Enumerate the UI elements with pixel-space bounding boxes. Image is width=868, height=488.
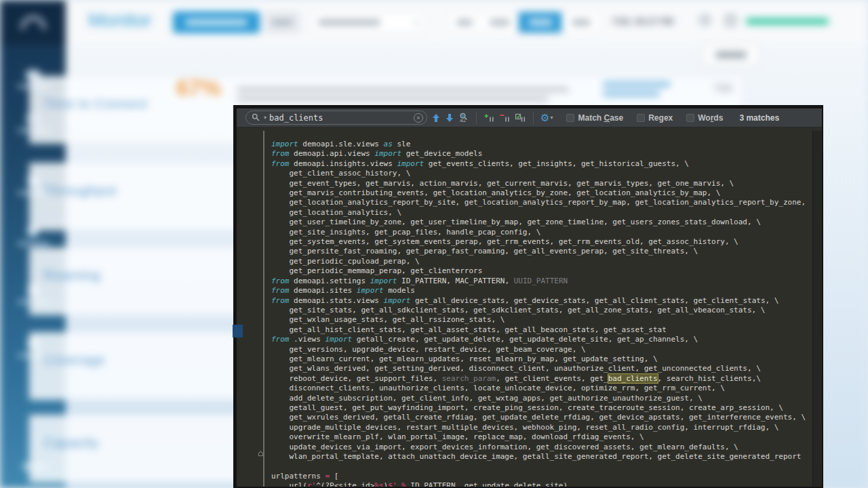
words-option[interactable]: Words [686,113,723,123]
remove-occurrence-icon [499,113,511,123]
editor-edge-marker [233,325,243,338]
code-line: from demoapi.insights.views import get_e… [271,159,811,169]
match-case-label: Match Case [578,113,623,123]
clear-search-icon[interactable]: × [414,113,423,123]
segment-label-blur [572,20,591,25]
header: Monitor ▾ TUE, 06:27 PM [66,0,868,45]
time-range-option[interactable] [448,12,481,33]
selected-site-blur [318,20,380,25]
time-range-option[interactable] [481,12,519,33]
segment-label-blur [528,20,553,25]
code-line: import demoapi.sle.views as sle [271,140,811,149]
user-account-icon[interactable] [700,15,710,25]
code-line: get_marvis_contributing_events, get_loca… [271,188,811,198]
arrow-down-icon [445,113,454,123]
match-case-option[interactable]: Match Case [566,113,623,123]
segment-label-blur [490,20,510,25]
description-text-blur [237,87,569,92]
code-line: get_periodic_memmap_perap, get_clienterr… [271,266,811,276]
site-selector-dropdown[interactable]: ▾ [311,12,426,33]
toolbar-divider [533,112,534,124]
editor-scrollbar[interactable] [812,131,822,487]
select-all-occurrences-button[interactable] [515,113,526,123]
page-title: Monitor [88,9,151,31]
code-editor-window[interactable]: ▾ bad_clients × ALL [233,105,823,488]
match-count: 3 matches [739,113,779,123]
view-insights-link-blur[interactable] [603,82,671,87]
view-insights-link-blur[interactable] [603,92,660,96]
description-text-blur [237,97,549,101]
insights-tab-button[interactable] [264,12,300,33]
words-label: Words [698,113,723,123]
search-settings-button[interactable]: ⚙ ▾ [540,113,553,123]
mist-logo[interactable] [0,0,66,45]
code-line: get_wlans_derived, get_setting_derived, … [271,364,811,373]
previous-match-button[interactable] [431,113,441,123]
card-title: Throughput [43,182,116,199]
organization-menu-icon[interactable] [726,15,736,26]
button-label-blur [271,20,293,25]
select-all-occurrences-icon [515,113,526,123]
svg-text:ALL: ALL [460,119,466,123]
ap-status-badge[interactable] [746,18,829,24]
find-all-magnifier-icon: ALL [458,113,469,123]
code-line: add_delete_subscription, get_client_info… [271,394,811,403]
header-timestamp: TUE, 06:27 PM [612,17,673,26]
card-title: Roaming [43,267,100,283]
code-line: get_wxrules_derived, getall_create_rfdia… [271,413,811,422]
code-line: disconnect_clients, unauthorize_clients,… [271,384,811,393]
code-line: get_event_types, get_marvis, action_marv… [271,179,811,188]
code-line: wlan_portal_template, attach_unattach_de… [271,452,811,462]
code-line: from .views import getall_create, get_up… [271,335,811,344]
match-case-checkbox[interactable] [566,114,574,122]
remove-occurrence-button[interactable] [499,113,511,123]
search-history-caret-icon[interactable]: ▾ [264,115,267,121]
add-occurrence-icon [484,113,495,123]
code-line: url(r'^(?P<site_id>%s)$' % ID_PATTERN, g… [271,481,811,487]
code-line: get_persite_fast_roaming, get_perap_fast… [271,247,811,256]
time-range-option[interactable] [562,12,600,33]
card-title: Coverage [43,352,105,368]
code-line: reboot_device, get_support_files, search… [271,374,811,384]
client-count: 768 [713,82,732,96]
regex-label: Regex [648,113,673,123]
service-levels-tab-button[interactable] [173,12,260,33]
code-line: from demoapi.sites import models [271,286,811,296]
search-input[interactable]: ▾ bad_clients × [245,110,427,125]
code-line: get_site_insights, get_pcap_files, handl… [271,228,811,237]
code-line: urlpatterns = [ [271,472,811,481]
settings-button[interactable] [702,43,760,66]
sidebar-item-label [18,242,49,245]
search-query[interactable]: bad_clients [269,113,411,123]
card-title: Capacity [43,434,99,451]
gear-icon: ⚙ [540,113,549,123]
code-line: get_user_timeline_by_zone, get_user_time… [271,218,811,227]
button-label-blur [185,20,248,25]
code-line: upgrade_multiple_devices, restart_multip… [271,423,811,432]
code-line: get_wxlan_usage_stats, get_all_rssizone_… [271,315,811,325]
search-icon [252,113,260,122]
time-range-option-selected[interactable] [519,12,562,33]
arrow-up-icon [431,113,441,123]
code-line: getall_guest, get_put_wayfinding_import,… [271,403,811,413]
code-line: get_all_hist_client_stats, get_all_asset… [271,325,811,335]
code-line: get_versions, upgrade_device, restart_de… [271,345,811,354]
regex-option[interactable]: Regex [637,113,673,123]
code-line: from demoapi.settings import ID_PATTERN,… [271,277,811,286]
code-line: get_client_assoc_history, \ [271,169,811,178]
code-line: get_system_events, get_system_events_per… [271,237,811,247]
code-line: get_location_analytics, \ [271,208,811,218]
add-occurrence-button[interactable] [484,113,495,123]
find-all-button[interactable]: ALL [458,113,469,123]
words-checkbox[interactable] [686,114,694,122]
regex-checkbox[interactable] [637,114,645,122]
sle-percentage: 67% [176,75,221,101]
code-line: get_mlearn_current, get_mlearn_updates, … [271,354,811,364]
gutter-marker-icon[interactable]: ⌂ [258,447,263,458]
code-line: from demoapi.api.views import get_device… [271,149,811,159]
find-toolbar: ▾ bad_clients × ALL [237,108,822,127]
code-area[interactable]: import demoapi.sle.views as slefrom demo… [237,131,811,487]
next-match-button[interactable] [445,113,454,123]
code-line: from demoapi.stats.views import get_all_… [271,296,811,306]
code-line [271,462,811,471]
